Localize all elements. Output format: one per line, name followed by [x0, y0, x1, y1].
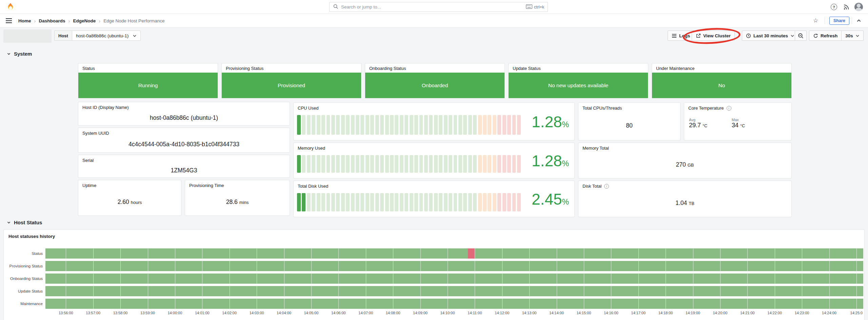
- gauge-segment: [507, 193, 511, 211]
- gauge-segment: [439, 193, 442, 211]
- gauge-segment: [473, 155, 477, 173]
- breadcrumb-item: Edge Node Host Performance: [103, 18, 164, 23]
- host-variable-select[interactable]: host-0a86b86c (ubuntu-1): [72, 31, 141, 41]
- gauge-segment: [346, 193, 350, 211]
- section-header-host-status[interactable]: Host Status: [7, 220, 42, 225]
- stat-value: 28.6: [226, 199, 238, 206]
- timeline-row-label: Status: [4, 248, 43, 259]
- gauge-segment: [312, 115, 315, 135]
- section-header-system[interactable]: System: [7, 51, 32, 57]
- stat-unit: hours: [131, 199, 142, 205]
- gridline: [175, 248, 175, 309]
- refresh-icon: [813, 33, 818, 38]
- panel-memory-used: Memory Used 1.28%: [293, 143, 575, 178]
- x-tick-label: 14:08:00: [379, 311, 407, 315]
- x-tick-label: 14:04:00: [271, 311, 298, 315]
- gauge-segment: [488, 155, 491, 173]
- breadcrumb-item[interactable]: Dashboards: [39, 18, 65, 23]
- gauge-segment: [390, 155, 394, 173]
- logs-button[interactable]: Logs: [668, 31, 694, 41]
- gauge-segment: [395, 155, 398, 173]
- help-icon[interactable]: ?: [830, 3, 837, 11]
- gauge-value: 1.28%: [532, 152, 569, 170]
- info-icon[interactable]: i: [727, 106, 731, 111]
- search-input[interactable]: [341, 4, 523, 10]
- gauge-segment: [317, 115, 320, 135]
- gauge-segment: [478, 193, 482, 211]
- timeline-row-label: Update Status: [4, 286, 43, 296]
- time-range-picker[interactable]: Last 30 minutes: [742, 31, 798, 41]
- grafana-logo-icon[interactable]: [6, 2, 15, 11]
- gauge-segment: [429, 193, 433, 211]
- gauge-segment: [454, 193, 457, 211]
- timeline-row-label: Maintenance: [4, 299, 43, 309]
- gauge-segment: [483, 193, 487, 211]
- x-tick-label: 14:03:00: [243, 311, 270, 315]
- breadcrumb-bar: Home›Dashboards›EdgeNode›Edge Node Host …: [0, 14, 868, 27]
- gauge-segment: [458, 115, 462, 135]
- x-tick-label: 14:21:00: [734, 311, 761, 315]
- gridline: [502, 248, 502, 309]
- gauge-segment: [390, 193, 394, 211]
- share-button[interactable]: Share: [829, 17, 849, 25]
- zoom-out-icon: [798, 33, 804, 39]
- menu-icon[interactable]: [5, 18, 12, 23]
- gauge-segment: [336, 115, 340, 135]
- grafana-app: ctrl+k ? Home›Dashboards›EdgeNode›Edge N…: [0, 0, 868, 320]
- gauge-segment: [458, 193, 462, 211]
- status-panel: Update StatusNo new updates available: [508, 63, 648, 98]
- x-tick-label: 13:59:00: [134, 311, 161, 315]
- gauge-segment: [321, 193, 325, 211]
- panel-title: Uptime: [82, 183, 96, 188]
- gridline: [611, 248, 611, 309]
- refresh-interval-select[interactable]: 30s: [841, 31, 863, 40]
- gauge-segment: [444, 155, 448, 173]
- gauge-segment: [370, 193, 374, 211]
- breadcrumb-separator-icon: ›: [99, 18, 100, 24]
- host-variable-label: Host: [54, 31, 72, 41]
- breadcrumb: Home›Dashboards›EdgeNode›Edge Node Host …: [18, 14, 164, 27]
- gauge-segment: [512, 193, 516, 211]
- panel-title: Under Maintenance: [652, 63, 791, 73]
- x-tick-label: 14:14:00: [543, 311, 570, 315]
- gauge-segment: [507, 115, 511, 135]
- gauge-segment: [458, 155, 462, 173]
- chevron-up-icon[interactable]: [856, 18, 861, 24]
- breadcrumb-item[interactable]: EdgeNode: [73, 18, 96, 23]
- zoom-out-button[interactable]: [795, 31, 807, 41]
- refresh-button[interactable]: Refresh: [809, 31, 841, 40]
- timeline-row-bar: [45, 248, 863, 259]
- gauge-segment: [488, 193, 491, 211]
- search-icon: [333, 4, 338, 11]
- x-tick-label: 14:05:00: [298, 311, 325, 315]
- gauge-segment: [351, 193, 355, 211]
- gauge-segment: [439, 115, 442, 135]
- view-cluster-button[interactable]: View Cluster: [692, 31, 735, 41]
- x-tick-label: 14:17:00: [625, 311, 652, 315]
- timeline-row-bar: [45, 261, 863, 271]
- status-value: No: [652, 73, 791, 98]
- logs-icon: [672, 34, 677, 38]
- gridline: [829, 248, 830, 309]
- x-tick-label: 14:10:00: [434, 311, 461, 315]
- breadcrumb-item[interactable]: Home: [18, 18, 31, 23]
- avatar[interactable]: [854, 3, 863, 11]
- info-icon[interactable]: i: [604, 184, 609, 189]
- gauge-segment: [497, 115, 501, 135]
- divider: [852, 17, 852, 24]
- external-link-icon: [696, 33, 701, 38]
- news-icon[interactable]: [843, 3, 850, 11]
- gauge-segment: [424, 193, 428, 211]
- gauge-segment: [297, 155, 301, 173]
- gauge-segment: [351, 115, 355, 135]
- x-tick-label: 14:11:00: [461, 311, 488, 315]
- star-icon[interactable]: ☆: [813, 17, 818, 24]
- gridline: [393, 248, 393, 309]
- stat-value: 270: [676, 161, 686, 168]
- gauge-segment: [331, 155, 335, 173]
- status-panel: Under MaintenanceNo: [652, 63, 792, 98]
- chevron-down-icon: [7, 221, 11, 225]
- gauge-segment: [478, 155, 482, 173]
- gauge-segment: [488, 115, 491, 135]
- gauge-value: 1.28%: [532, 113, 569, 131]
